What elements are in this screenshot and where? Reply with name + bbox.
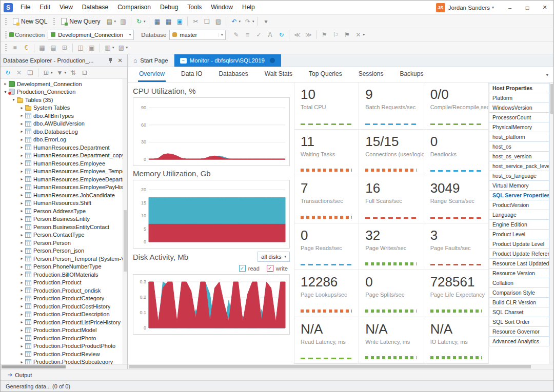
tree-item[interactable]: ▸Production.ProductCostHistory	[1, 302, 123, 311]
connection-select[interactable]: Development_Connection ▾	[48, 30, 134, 40]
collapse-all-icon[interactable]: ⊟	[79, 68, 90, 78]
format-icon[interactable]: A	[264, 30, 275, 40]
property-item[interactable]: Product Update Level	[489, 239, 549, 249]
expand-arrow-icon[interactable]: ▸	[19, 264, 25, 269]
tree-item[interactable]: ▸Production.BillOfMaterials	[1, 271, 123, 279]
property-item[interactable]: Engine Edition	[489, 219, 549, 230]
toolbar-grip[interactable]	[5, 31, 7, 38]
expand-arrow-icon[interactable]: ▸	[19, 153, 25, 158]
tab-wait-stats[interactable]: Wait Stats	[264, 67, 293, 82]
doc-tab-home[interactable]: ⌂Start Page	[128, 54, 174, 67]
property-item[interactable]: SQL Sort Order	[489, 317, 549, 327]
expand-arrow-icon[interactable]: ▸	[19, 224, 25, 229]
property-item[interactable]: host_os_version	[489, 151, 549, 161]
expand-arrow-icon[interactable]: ▸	[19, 249, 25, 253]
combo-caret-icon[interactable]: ▾	[219, 33, 223, 37]
user-avatar[interactable]: JS	[436, 3, 445, 12]
menu-edit[interactable]: Edit	[35, 1, 55, 14]
grid-icon[interactable]: ⊞	[59, 43, 70, 53]
property-item[interactable]: Resource Governor	[489, 326, 549, 337]
outdent-icon[interactable]: ≪	[291, 30, 303, 40]
combo-caret-icon[interactable]: ▾	[127, 33, 131, 37]
expand-arrow-icon[interactable]: ▸	[19, 185, 25, 190]
options-icon[interactable]: ▨▾	[116, 43, 130, 53]
property-item[interactable]: Comparison Style	[489, 287, 549, 298]
menu-help[interactable]: Help	[238, 1, 260, 14]
redo-icon[interactable]: ↷▾	[242, 16, 256, 27]
tree-vertical-scrollbar[interactable]	[123, 79, 127, 364]
expand-arrow-icon[interactable]: ▸	[19, 312, 25, 317]
property-item[interactable]: host_service_pack_level	[489, 161, 549, 171]
bookmark-clear-icon[interactable]: ✕▾	[352, 30, 366, 40]
tree-item[interactable]: ▾Tables (35)	[1, 96, 123, 104]
scrollbar-thumb[interactable]	[129, 365, 531, 368]
undo-icon[interactable]: ↶▾	[228, 16, 242, 27]
beautify-icon[interactable]: ≡	[242, 30, 253, 40]
expand-arrow-icon[interactable]: ▸	[19, 272, 25, 277]
property-item[interactable]: host_platform	[489, 132, 549, 142]
bookmark-icon[interactable]: ⚑	[319, 30, 330, 40]
expand-arrow-icon[interactable]: ▸	[3, 81, 8, 86]
more-commands-icon[interactable]: ▾	[260, 16, 271, 27]
scrollbar-thumb[interactable]	[550, 84, 553, 114]
content-horizontal-scrollbar[interactable]	[128, 364, 553, 369]
property-item[interactable]: Resource Last Updated	[489, 258, 549, 269]
tree-item[interactable]: ▸Person.Person_Temporal (System-Ve	[1, 255, 123, 263]
tree-item[interactable]: ▸Production.Product	[1, 279, 123, 287]
menu-database[interactable]: Database	[77, 1, 113, 14]
expand-arrow-icon[interactable]: ▸	[19, 304, 25, 308]
expand-arrow-icon[interactable]: ▸	[19, 336, 25, 340]
close-button[interactable]: ✕	[536, 1, 553, 14]
scrollbar-thumb[interactable]	[2, 365, 66, 368]
attach-icon[interactable]: ▣	[174, 16, 185, 27]
property-item[interactable]: Advanced Analytics	[489, 336, 549, 346]
expand-arrow-icon[interactable]: ▸	[19, 296, 25, 301]
menu-file[interactable]: File	[16, 1, 35, 14]
tree-item[interactable]: ▸Person.AddressType	[1, 207, 123, 215]
property-item[interactable]: Product Update Reference	[489, 249, 549, 259]
expand-arrow-icon[interactable]: ▸	[19, 193, 25, 197]
property-item[interactable]: PhysicalMemory	[489, 122, 549, 132]
bookmark-prev-icon[interactable]: ⚐	[330, 30, 341, 40]
doc-tab-monitor[interactable]: ~Monitor - dbfsqlsrv\SQL2019	[174, 54, 281, 67]
tree-item[interactable]: ▸Person.Person_json	[1, 247, 123, 255]
window-layout-icon[interactable]: ▣	[86, 43, 97, 53]
edit-icon[interactable]: ✎	[230, 30, 242, 40]
stop-icon[interactable]: ■	[9, 43, 21, 53]
tree-item[interactable]: ▸Production.ProductModel	[1, 326, 123, 335]
tab-backups[interactable]: Backups	[399, 67, 424, 82]
tree-item[interactable]: ▸HumanResources.Employee	[1, 159, 123, 168]
layout-icon[interactable]: ▥▾	[102, 43, 116, 53]
tree-item[interactable]: ▸Development_Connection	[1, 80, 123, 88]
menu-view[interactable]: View	[55, 1, 77, 14]
tree-item[interactable]: ▸Production.ProductDescription	[1, 311, 123, 319]
expand-arrow-icon[interactable]: ▸	[19, 137, 25, 142]
show-objects-icon[interactable]: ⊞▾	[41, 68, 54, 78]
tree-item[interactable]: ▸Production.ProductListPriceHistory	[1, 318, 123, 326]
tree-item[interactable]: ▸HumanResources.Employee_Temporal	[1, 168, 123, 176]
close-panel-button[interactable]: ✕	[115, 56, 125, 65]
tree-item[interactable]: ▸dbo.AllBinTypes	[1, 112, 123, 120]
toolbar-grip[interactable]	[5, 18, 7, 25]
read-checkbox-item[interactable]: ✓ read	[239, 265, 260, 272]
indent-icon[interactable]: ≫	[303, 30, 314, 40]
expand-arrow-icon[interactable]: ▸	[19, 169, 25, 174]
expand-arrow-icon[interactable]: ▸	[19, 161, 25, 166]
toolbar-grip[interactable]	[53, 18, 55, 25]
tree-item[interactable]: ▸Production.ProductPhoto	[1, 334, 123, 342]
data-generator-icon[interactable]: €	[21, 43, 32, 53]
stop-icon[interactable]: ✕	[13, 68, 25, 78]
property-item[interactable]: Collation	[489, 278, 549, 288]
expand-arrow-icon[interactable]: ▸	[19, 320, 25, 324]
tree-item[interactable]: ▸Person.BusinessEntityContact	[1, 223, 123, 231]
property-item[interactable]: Product Level	[489, 229, 549, 239]
tree-item[interactable]: ▸Production.ProductReview	[1, 350, 123, 358]
property-item[interactable]: Virtual Memory	[489, 180, 549, 191]
disk-filter-select[interactable]: all disks ▾	[258, 252, 290, 262]
tree-item[interactable]: ▸Production.ProductSubcategory	[1, 358, 123, 365]
expand-arrow-icon[interactable]: ▸	[19, 129, 25, 134]
tree-item[interactable]: ▸dbo.ErrorLog	[1, 136, 123, 144]
output-tab[interactable]: ➔ Output	[5, 369, 35, 380]
tree-item[interactable]: ▾Production_Connection	[1, 88, 123, 96]
tree-item[interactable]: ▸dbo.AWBuildVersion	[1, 120, 123, 128]
